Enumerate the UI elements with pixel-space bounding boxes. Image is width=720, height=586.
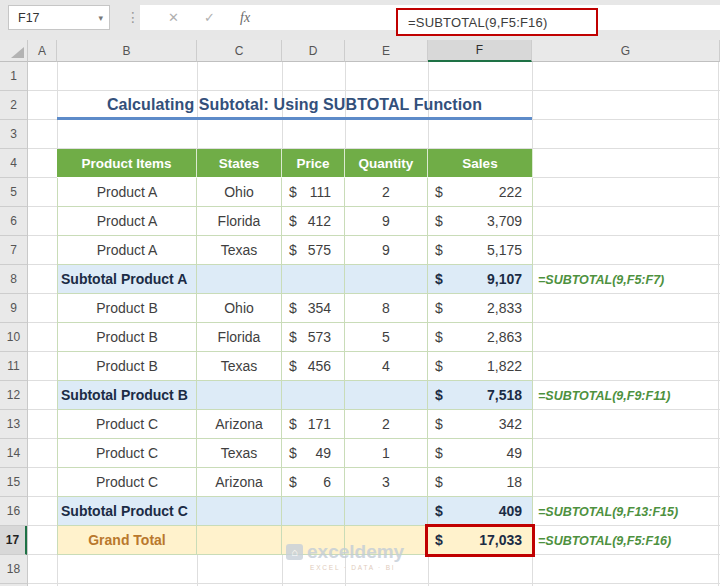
- cell-empty[interactable]: [345, 381, 428, 410]
- row-header-9[interactable]: 9: [0, 294, 27, 323]
- row-header-10[interactable]: 10: [0, 323, 27, 352]
- cell-empty[interactable]: [197, 497, 282, 526]
- row-header-16[interactable]: 16: [0, 497, 27, 526]
- cell-product[interactable]: Product C: [57, 439, 197, 468]
- row-header-7[interactable]: 7: [0, 236, 27, 265]
- formula-input[interactable]: =SUBTOTAL(9,F5:F16): [396, 8, 598, 36]
- row-header-17[interactable]: 17: [0, 526, 27, 555]
- row-header-13[interactable]: 13: [0, 410, 27, 439]
- cell-sales[interactable]: $1,822: [428, 352, 533, 381]
- cell-subtotal-sales[interactable]: $9,107: [428, 265, 533, 294]
- cell-sales[interactable]: $5,175: [428, 236, 533, 265]
- cell-quantity[interactable]: 4: [345, 352, 428, 381]
- column-header-B[interactable]: B: [57, 40, 197, 62]
- cell-sales[interactable]: $18: [428, 468, 533, 497]
- column-header-G[interactable]: G: [532, 40, 720, 62]
- cell-price[interactable]: $573: [282, 323, 345, 352]
- column-header-E[interactable]: E: [345, 40, 428, 62]
- row-header-14[interactable]: 14: [0, 439, 27, 468]
- confirm-icon[interactable]: ✓: [204, 5, 215, 30]
- row-header-2[interactable]: 2: [0, 91, 27, 120]
- row-header-5[interactable]: 5: [0, 178, 27, 207]
- column-header-C[interactable]: C: [197, 40, 282, 62]
- cell-subtotal-label[interactable]: Subtotal Product C: [57, 497, 197, 526]
- cell-quantity[interactable]: 2: [345, 178, 428, 207]
- row-header-4[interactable]: 4: [0, 149, 27, 178]
- cell-product[interactable]: Product C: [57, 468, 197, 497]
- cell-empty[interactable]: [345, 497, 428, 526]
- table-header-price[interactable]: Price: [282, 149, 345, 178]
- cell-state[interactable]: Arizona: [197, 468, 282, 497]
- row-header-1[interactable]: 1: [0, 62, 27, 91]
- cell-subtotal-label[interactable]: Subtotal Product B: [57, 381, 197, 410]
- table-header-sales[interactable]: Sales: [428, 149, 533, 178]
- cell-state[interactable]: Arizona: [197, 410, 282, 439]
- cell-quantity[interactable]: 5: [345, 323, 428, 352]
- cell-product[interactable]: Product A: [57, 207, 197, 236]
- cell-state[interactable]: Florida: [197, 207, 282, 236]
- table-header-product-items[interactable]: Product Items: [57, 149, 197, 178]
- cell-state[interactable]: Texas: [197, 352, 282, 381]
- amount-value: 171: [308, 416, 331, 432]
- row-header-18[interactable]: 18: [0, 555, 27, 584]
- row-header-15[interactable]: 15: [0, 468, 27, 497]
- cell-product[interactable]: Product B: [57, 352, 197, 381]
- cell-quantity[interactable]: 9: [345, 236, 428, 265]
- cell-subtotal-label[interactable]: Subtotal Product A: [57, 265, 197, 294]
- column-header-A[interactable]: A: [28, 40, 57, 62]
- cell-empty[interactable]: [282, 497, 345, 526]
- cell-state[interactable]: Florida: [197, 323, 282, 352]
- row-header-11[interactable]: 11: [0, 352, 27, 381]
- cell-sales[interactable]: $342: [428, 410, 533, 439]
- cell-sales[interactable]: $3,709: [428, 207, 533, 236]
- cell-empty[interactable]: [282, 265, 345, 294]
- cell-empty[interactable]: [197, 526, 282, 555]
- cell-price[interactable]: $171: [282, 410, 345, 439]
- cell-product[interactable]: Product A: [57, 178, 197, 207]
- cell-empty[interactable]: [197, 381, 282, 410]
- table-header-states[interactable]: States: [197, 149, 282, 178]
- cell-price[interactable]: $6: [282, 468, 345, 497]
- cell-price[interactable]: $354: [282, 294, 345, 323]
- cell-price[interactable]: $111: [282, 178, 345, 207]
- cell-subtotal-sales[interactable]: $7,518: [428, 381, 533, 410]
- cell-empty[interactable]: [282, 381, 345, 410]
- row-header-6[interactable]: 6: [0, 207, 27, 236]
- cell-quantity[interactable]: 2: [345, 410, 428, 439]
- cell-quantity[interactable]: 3: [345, 468, 428, 497]
- cell-price[interactable]: $412: [282, 207, 345, 236]
- cell-quantity[interactable]: 9: [345, 207, 428, 236]
- cell-empty[interactable]: [197, 265, 282, 294]
- insert-function-icon[interactable]: fx: [240, 5, 250, 30]
- cell-empty[interactable]: [345, 265, 428, 294]
- table-header-quantity[interactable]: Quantity: [345, 149, 428, 178]
- cell-sales[interactable]: $49: [428, 439, 533, 468]
- cell-product[interactable]: Product C: [57, 410, 197, 439]
- dots-separator-icon: ⋮: [126, 5, 140, 30]
- cancel-icon[interactable]: ✕: [168, 5, 179, 30]
- cell-price[interactable]: $456: [282, 352, 345, 381]
- cell-product[interactable]: Product A: [57, 236, 197, 265]
- row-header-8[interactable]: 8: [0, 265, 27, 294]
- cell-product[interactable]: Product B: [57, 323, 197, 352]
- cell-sales[interactable]: $222: [428, 178, 533, 207]
- cell-sales[interactable]: $2,863: [428, 323, 533, 352]
- cell-product[interactable]: Product B: [57, 294, 197, 323]
- row-header-12[interactable]: 12: [0, 381, 27, 410]
- cell-sales[interactable]: $2,833: [428, 294, 533, 323]
- cell-state[interactable]: Texas: [197, 439, 282, 468]
- chevron-down-icon[interactable]: ▾: [98, 13, 109, 23]
- row-header-3[interactable]: 3: [0, 120, 27, 149]
- column-header-F[interactable]: F: [428, 40, 532, 62]
- cell-name-box[interactable]: F17 ▾: [8, 5, 110, 30]
- cell-grand-total-label[interactable]: Grand Total: [57, 526, 197, 555]
- cell-subtotal-sales[interactable]: $409: [428, 497, 533, 526]
- cell-quantity[interactable]: 1: [345, 439, 428, 468]
- cell-quantity[interactable]: 8: [345, 294, 428, 323]
- column-header-D[interactable]: D: [282, 40, 345, 62]
- cell-state[interactable]: Ohio: [197, 178, 282, 207]
- cell-price[interactable]: $49: [282, 439, 345, 468]
- cell-state[interactable]: Texas: [197, 236, 282, 265]
- cell-state[interactable]: Ohio: [197, 294, 282, 323]
- cell-price[interactable]: $575: [282, 236, 345, 265]
